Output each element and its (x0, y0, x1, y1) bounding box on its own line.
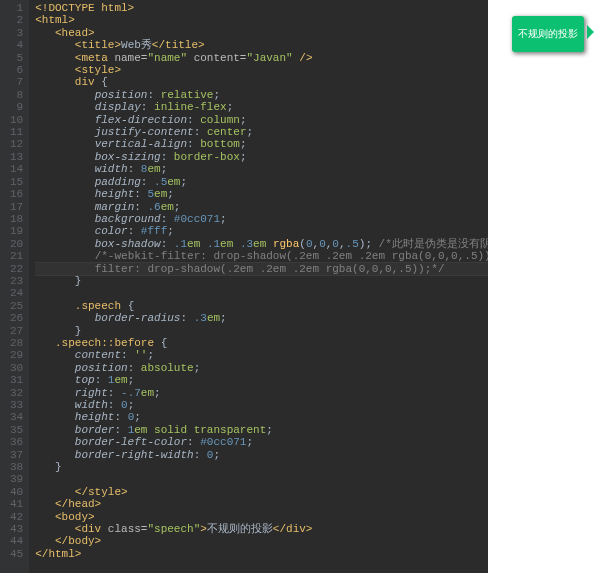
code-line[interactable]: border-left-color: #0cc071; (35, 436, 488, 448)
code-line[interactable]: <meta name="name" content="Javan" /> (35, 52, 488, 64)
line-number: 34 (10, 411, 23, 423)
code-line[interactable]: flex-direction: column; (35, 114, 488, 126)
line-number: 10 (10, 114, 23, 126)
code-line[interactable]: <title>Web秀</title> (35, 39, 488, 51)
code-line[interactable]: height: 5em; (35, 188, 488, 200)
line-number: 44 (10, 535, 23, 547)
code-line[interactable]: content: ''; (35, 349, 488, 361)
code-line[interactable]: width: 0; (35, 399, 488, 411)
line-number: 22 (10, 263, 23, 275)
line-number: 24 (10, 287, 23, 299)
line-number: 32 (10, 387, 23, 399)
code-line[interactable]: <!DOCTYPE html> (35, 2, 488, 14)
code-line[interactable]: <head> (35, 27, 488, 39)
preview-pane: 不规则的投影 (488, 0, 600, 573)
line-number: 17 (10, 201, 23, 213)
line-number: 37 (10, 449, 23, 461)
code-line[interactable]: width: 8em; (35, 163, 488, 175)
line-number: 25 (10, 300, 23, 312)
code-line[interactable]: </style> (35, 486, 488, 498)
line-number: 38 (10, 461, 23, 473)
code-line[interactable]: .speech::before { (35, 337, 488, 349)
code-line[interactable]: <html> (35, 14, 488, 26)
code-line[interactable]: box-shadow: .1em .1em .3em rgba(0,0,0,.5… (35, 238, 488, 250)
code-line[interactable]: .speech { (35, 300, 488, 312)
line-number: 5 (10, 52, 23, 64)
code-line[interactable]: filter: drop-shadow(.2em .2em .2em rgba(… (35, 262, 488, 276)
code-line[interactable]: <body> (35, 511, 488, 523)
code-line[interactable]: </html> (35, 548, 488, 560)
line-number: 23 (10, 275, 23, 287)
code-line[interactable]: top: 1em; (35, 374, 488, 386)
line-number: 15 (10, 176, 23, 188)
code-line[interactable]: border: 1em solid transparent; (35, 424, 488, 436)
code-line[interactable]: justify-content: center; (35, 126, 488, 138)
code-line[interactable] (35, 287, 488, 299)
code-line[interactable]: /*-webkit-filter: drop-shadow(.2em .2em … (35, 250, 488, 262)
code-line[interactable]: </body> (35, 535, 488, 547)
code-line[interactable]: } (35, 325, 488, 337)
code-line[interactable]: </head> (35, 498, 488, 510)
line-number: 30 (10, 362, 23, 374)
code-area[interactable]: <!DOCTYPE html><html> <head> <title>Web秀… (29, 0, 488, 573)
line-number: 39 (10, 473, 23, 485)
line-number: 20 (10, 238, 23, 250)
line-number: 1 (10, 2, 23, 14)
code-line[interactable]: position: absolute; (35, 362, 488, 374)
line-number: 2 (10, 14, 23, 26)
code-line[interactable]: vertical-align: bottom; (35, 138, 488, 150)
code-line[interactable]: margin: .6em; (35, 201, 488, 213)
code-line[interactable]: right: -.7em; (35, 387, 488, 399)
line-number: 3 (10, 27, 23, 39)
code-line[interactable]: color: #fff; (35, 225, 488, 237)
speech-bubble-text: 不规则的投影 (517, 27, 579, 41)
code-line[interactable]: <div class="speech">不规则的投影</div> (35, 523, 488, 535)
line-number: 4 (10, 39, 23, 51)
line-number: 18 (10, 213, 23, 225)
code-line[interactable]: div { (35, 76, 488, 88)
code-line[interactable]: border-right-width: 0; (35, 449, 488, 461)
code-line[interactable]: position: relative; (35, 89, 488, 101)
line-number: 27 (10, 325, 23, 337)
line-number: 14 (10, 163, 23, 175)
line-number: 21 (10, 250, 23, 262)
line-number: 43 (10, 523, 23, 535)
line-number: 45 (10, 548, 23, 560)
line-number: 13 (10, 151, 23, 163)
code-line[interactable]: background: #0cc071; (35, 213, 488, 225)
code-line[interactable]: height: 0; (35, 411, 488, 423)
line-number: 12 (10, 138, 23, 150)
line-number: 6 (10, 64, 23, 76)
code-line[interactable] (35, 473, 488, 485)
line-number: 28 (10, 337, 23, 349)
code-line[interactable]: padding: .5em; (35, 176, 488, 188)
line-number: 40 (10, 486, 23, 498)
line-number: 19 (10, 225, 23, 237)
line-number: 41 (10, 498, 23, 510)
speech-bubble: 不规则的投影 (512, 16, 584, 52)
code-line[interactable]: <style> (35, 64, 488, 76)
line-number: 16 (10, 188, 23, 200)
line-number: 35 (10, 424, 23, 436)
line-number: 33 (10, 399, 23, 411)
code-line[interactable]: border-radius: .3em; (35, 312, 488, 324)
code-line[interactable]: box-sizing: border-box; (35, 151, 488, 163)
code-line[interactable]: display: inline-flex; (35, 101, 488, 113)
code-line[interactable]: } (35, 461, 488, 473)
line-number-gutter: 1234567891011121314151617181920212223242… (0, 0, 29, 573)
line-number: 7 (10, 76, 23, 88)
code-line[interactable]: } (35, 275, 488, 287)
line-number: 42 (10, 511, 23, 523)
line-number: 11 (10, 126, 23, 138)
line-number: 9 (10, 101, 23, 113)
code-editor[interactable]: 1234567891011121314151617181920212223242… (0, 0, 488, 573)
line-number: 29 (10, 349, 23, 361)
line-number: 26 (10, 312, 23, 324)
line-number: 36 (10, 436, 23, 448)
line-number: 31 (10, 374, 23, 386)
line-number: 8 (10, 89, 23, 101)
